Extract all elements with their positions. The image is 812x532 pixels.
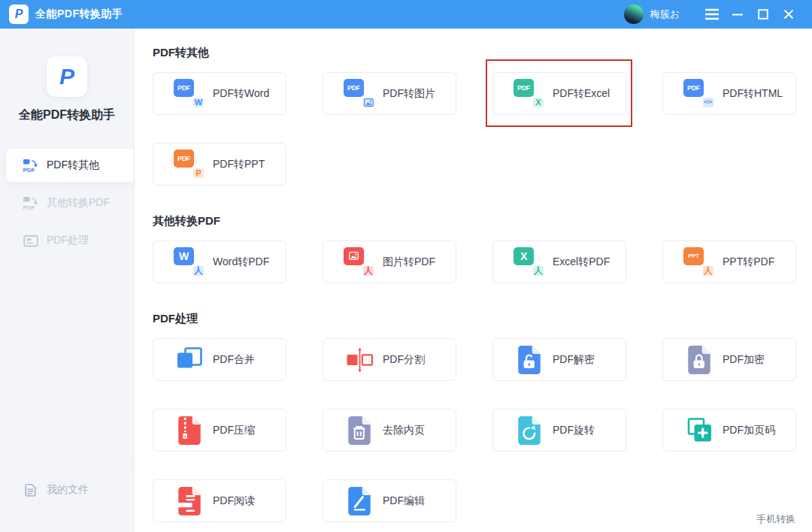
section-title: PDF转其他 xyxy=(153,45,812,60)
pdf-edit-icon xyxy=(344,486,375,516)
card-grid: W人 Word转PDF 人 图片转PDF X人 Excel转PDF PPT人 P… xyxy=(153,240,812,283)
sidebar-app-name: 全能PDF转换助手 xyxy=(0,107,134,123)
card-grid: PDFW PDF转Word PDF PDF转图片 PDFX PDF转Excel … xyxy=(153,72,812,186)
minimize-icon[interactable] xyxy=(725,3,750,26)
tool-card-label: PDF转Word xyxy=(213,87,269,101)
tool-card-label: PDF转PPT xyxy=(213,158,265,171)
tool-card-word-to-pdf[interactable]: W人 Word转PDF xyxy=(153,240,286,283)
tool-card-label: Excel转PDF xyxy=(553,255,610,269)
tool-card-label: PDF编辑 xyxy=(383,494,425,508)
tool-card-label: PDF解密 xyxy=(553,353,595,367)
tool-card-label: PDF转HTML xyxy=(723,87,783,101)
tool-card-pdf-to-image[interactable]: PDF PDF转图片 xyxy=(323,72,456,115)
sidebar-item-label: 其他转换PDF xyxy=(47,196,110,210)
sidebar: P 全能PDF转换助手 PDF PDF转其他 PDF 其他转换PDF PDF处理… xyxy=(0,29,135,532)
sidebar-menu: PDF PDF转其他 PDF 其他转换PDF PDF处理 xyxy=(0,149,134,257)
sidebar-item-pdf-process[interactable]: PDF处理 xyxy=(0,224,134,257)
svg-text:PDF: PDF xyxy=(23,204,35,210)
pdf-to-html-icon: PDF</> xyxy=(683,79,715,109)
app-body: P 全能PDF转换助手 PDF PDF转其他 PDF 其他转换PDF PDF处理… xyxy=(0,29,812,532)
tool-card-label: PPT转PDF xyxy=(723,255,774,269)
sidebar-item-label: 我的文件 xyxy=(47,483,89,497)
app-logo-letter: P xyxy=(15,8,23,20)
pdf-read-icon xyxy=(174,486,205,516)
sidebar-logo-icon: P xyxy=(47,56,87,97)
tool-card-label: 图片转PDF xyxy=(383,255,435,269)
pdf-to-word-icon: PDFW xyxy=(174,79,205,109)
section-title: PDF处理 xyxy=(153,311,812,326)
my-files-icon xyxy=(23,483,38,497)
tool-card-image-to-pdf[interactable]: 人 图片转PDF xyxy=(323,240,456,283)
tool-card-label: PDF旋转 xyxy=(553,424,595,437)
pdf-merge-icon xyxy=(174,345,205,375)
app-logo-icon: P xyxy=(9,5,29,24)
tool-card-remove-pages[interactable]: 去除内页 xyxy=(323,409,456,452)
tool-card-pdf-to-html[interactable]: PDF</> PDF转HTML xyxy=(662,72,796,115)
tool-card-pdf-rotate[interactable]: PDF旋转 xyxy=(492,409,626,452)
titlebar-right: 梅簇お xyxy=(624,3,801,26)
menu-icon[interactable] xyxy=(699,3,725,26)
tool-card-label: PDF转图片 xyxy=(383,87,435,101)
tool-card-label: 去除内页 xyxy=(383,424,425,437)
close-icon[interactable] xyxy=(776,3,801,26)
titlebar: P 全能PDF转换助手 梅簇お xyxy=(0,0,812,29)
tool-card-label: PDF加密 xyxy=(723,353,765,367)
pdf-page-number-icon xyxy=(683,416,715,446)
username: 梅簇お xyxy=(650,8,680,21)
section-pdf-process: PDF处理 PDF合并 PDF分割 PDF解密 PDF加密 PDF压缩 去除内页… xyxy=(153,311,812,522)
pdf-process-icon xyxy=(23,234,38,248)
tool-card-label: PDF阅读 xyxy=(213,494,255,508)
pdf-lock-icon xyxy=(683,345,715,375)
phone-convert-link[interactable]: 手机转换 xyxy=(756,512,795,526)
pdf-to-excel-icon: PDFX xyxy=(514,79,545,109)
sidebar-item-label: PDF转其他 xyxy=(47,159,99,172)
tool-card-pdf-decrypt[interactable]: PDF解密 xyxy=(492,338,626,381)
titlebar-left: P 全能PDF转换助手 xyxy=(9,5,123,24)
tool-card-label: PDF转Excel xyxy=(553,87,610,101)
tool-card-excel-to-pdf[interactable]: X人 Excel转PDF xyxy=(492,240,626,283)
word-to-pdf-icon: W人 xyxy=(174,247,205,277)
user-avatar[interactable] xyxy=(624,5,644,24)
sidebar-logo-letter: P xyxy=(59,65,74,88)
tool-card-pdf-split[interactable]: PDF分割 xyxy=(323,338,456,381)
app-title: 全能PDF转换助手 xyxy=(35,8,123,21)
excel-to-pdf-icon: X人 xyxy=(514,247,545,277)
svg-text:PDF: PDF xyxy=(23,167,35,173)
pdf-unlock-icon xyxy=(514,345,545,375)
tool-card-label: PDF合并 xyxy=(213,353,255,367)
pdf-split-icon xyxy=(344,345,375,375)
pdf-compress-icon xyxy=(174,416,205,446)
sidebar-item-other-to-pdf[interactable]: PDF 其他转换PDF xyxy=(0,186,134,219)
section-title: 其他转换PDF xyxy=(153,213,812,228)
tool-card-pdf-page-number[interactable]: PDF加页码 xyxy=(662,409,796,452)
tool-card-label: PDF压缩 xyxy=(213,424,255,437)
tool-card-pdf-to-excel[interactable]: PDFX PDF转Excel xyxy=(492,72,626,115)
tool-card-ppt-to-pdf[interactable]: PPT人 PPT转PDF xyxy=(662,240,796,283)
tool-card-pdf-edit[interactable]: PDF编辑 xyxy=(323,479,456,522)
ppt-to-pdf-icon: PPT人 xyxy=(683,247,715,277)
section-pdf-to-other: PDF转其他 PDFW PDF转Word PDF PDF转图片 PDFX PDF… xyxy=(153,45,812,186)
pdf-to-image-icon: PDF xyxy=(344,79,375,109)
pdf-convert-icon: PDF xyxy=(23,196,38,210)
sidebar-item-my-files[interactable]: 我的文件 xyxy=(0,481,134,499)
sidebar-item-pdf-to-other[interactable]: PDF PDF转其他 xyxy=(6,149,134,182)
maximize-icon[interactable] xyxy=(750,3,776,26)
image-to-pdf-icon: 人 xyxy=(344,247,375,277)
pdf-convert-icon: PDF xyxy=(23,159,38,173)
tool-card-label: Word转PDF xyxy=(213,255,269,269)
tool-card-pdf-read[interactable]: PDF阅读 xyxy=(153,479,286,522)
section-other-to-pdf: 其他转换PDF W人 Word转PDF 人 图片转PDF X人 Excel转PD… xyxy=(153,213,812,283)
tool-card-pdf-to-word[interactable]: PDFW PDF转Word xyxy=(153,72,286,115)
sidebar-footer: 我的文件 xyxy=(0,464,134,532)
tool-card-pdf-merge[interactable]: PDF合并 xyxy=(153,338,286,381)
tool-card-label: PDF加页码 xyxy=(723,424,775,437)
pdf-rotate-icon xyxy=(514,416,545,446)
tool-card-pdf-to-ppt[interactable]: PDFP PDF转PPT xyxy=(153,143,286,186)
card-grid: PDF合并 PDF分割 PDF解密 PDF加密 PDF压缩 去除内页 PDF旋转… xyxy=(153,338,812,522)
tool-card-pdf-compress[interactable]: PDF压缩 xyxy=(153,409,286,452)
app-window: P 全能PDF转换助手 梅簇お P 全能PDF转换助手 PDF PD xyxy=(0,0,812,532)
tool-card-pdf-encrypt[interactable]: PDF加密 xyxy=(662,338,796,381)
pdf-to-ppt-icon: PDFP xyxy=(174,150,205,180)
tool-card-label: PDF分割 xyxy=(383,353,425,367)
main-content: PDF转其他 PDFW PDF转Word PDF PDF转图片 PDFX PDF… xyxy=(135,29,812,532)
